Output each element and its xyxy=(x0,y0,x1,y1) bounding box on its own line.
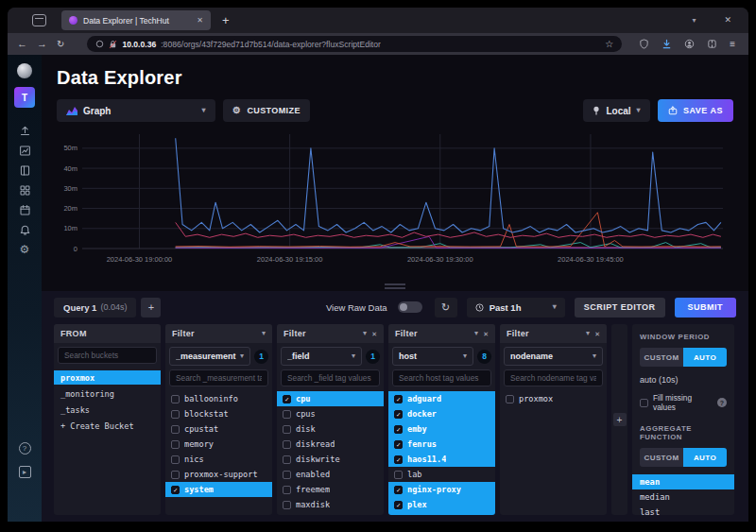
add-filter-button[interactable]: + xyxy=(613,413,627,426)
tag-value-row[interactable]: ✓system xyxy=(165,482,272,497)
fill-missing-checkbox[interactable] xyxy=(640,399,648,407)
tag-value-row[interactable]: ✓snipe-it xyxy=(388,512,495,515)
filter-card-header[interactable]: Filter xyxy=(388,324,495,343)
bookmark-star-icon[interactable] xyxy=(605,39,613,49)
tag-value-row[interactable]: diskwrite xyxy=(277,452,384,467)
back-icon[interactable]: ← xyxy=(17,39,27,49)
tag-value-row[interactable]: cpus xyxy=(277,406,384,421)
tab-list-chevron-icon[interactable] xyxy=(692,17,696,25)
tag-key-dropdown[interactable]: nodename xyxy=(504,347,603,366)
forward-icon[interactable]: → xyxy=(37,39,47,49)
aggregate-function-item[interactable]: mean xyxy=(632,474,734,489)
tag-value-row[interactable]: memory xyxy=(165,437,272,452)
view-raw-data-toggle[interactable] xyxy=(398,301,422,313)
search-tag-values-input[interactable] xyxy=(281,369,380,386)
tag-value-row[interactable]: enabled xyxy=(277,467,384,482)
bucket-item[interactable]: + Create Bucket xyxy=(54,419,161,433)
tag-value-row[interactable]: maxdisk xyxy=(277,497,384,512)
tag-key-dropdown[interactable]: _field xyxy=(281,347,362,366)
query-tab[interactable]: Query 1 (0.04s) xyxy=(54,298,136,317)
info-icon[interactable] xyxy=(717,398,727,407)
tag-value-row[interactable]: proxmox xyxy=(500,391,607,406)
url-host: 10.0.0.36 xyxy=(122,40,156,49)
tag-value-row[interactable]: maxmem xyxy=(277,512,384,515)
script-editor-button[interactable]: SCRIPT EDITOR xyxy=(575,298,665,317)
search-tag-values-input[interactable] xyxy=(169,369,268,386)
aggregate-function-item[interactable]: median xyxy=(632,489,734,505)
expand-nav-icon[interactable] xyxy=(19,466,31,478)
custom-option[interactable]: CUSTOM xyxy=(640,448,683,467)
tag-value-row[interactable]: cpustat xyxy=(165,421,272,437)
bucket-item[interactable]: _tasks xyxy=(54,403,161,417)
insecure-lock-icon[interactable] xyxy=(109,40,117,49)
bucket-item[interactable]: proxmox xyxy=(54,370,161,385)
auto-option[interactable]: AUTO xyxy=(683,348,727,367)
tag-value-row[interactable]: nics xyxy=(165,452,272,467)
tasks-icon[interactable] xyxy=(13,202,36,217)
tag-value-row[interactable]: proxmox-support xyxy=(165,467,272,482)
search-tag-values-input[interactable] xyxy=(504,369,603,386)
customize-button[interactable]: ⚙ CUSTOMIZE xyxy=(223,99,310,122)
tag-value-row[interactable]: ✓haos11.4 xyxy=(388,452,495,467)
tag-key-dropdown[interactable]: _measurement xyxy=(169,347,250,366)
resize-divider[interactable] xyxy=(42,281,748,291)
filter-card-header[interactable]: Filter xyxy=(500,324,607,343)
url-bar[interactable]: 10.0.0.36 :8086/orgs/43f729ed71d7b514/da… xyxy=(87,36,622,52)
settings-gear-icon[interactable]: ⚙ xyxy=(13,242,36,257)
tag-value-row[interactable]: ✓emby xyxy=(388,421,495,437)
influxdb-logo[interactable] xyxy=(17,63,32,78)
tab-close-icon[interactable] xyxy=(197,17,203,25)
tag-value-row[interactable]: blockstat xyxy=(165,406,272,421)
aggregate-function-item[interactable]: last xyxy=(632,505,734,515)
help-icon[interactable] xyxy=(19,442,31,455)
tag-value-row[interactable]: disk xyxy=(277,421,384,437)
tag-key-dropdown[interactable]: host xyxy=(392,347,473,366)
filter-card-header[interactable]: Filter xyxy=(165,324,272,343)
permissions-icon[interactable] xyxy=(95,40,104,48)
tag-value-row[interactable]: lab xyxy=(388,467,495,482)
search-buckets-input[interactable] xyxy=(58,347,157,364)
alerts-bell-icon[interactable] xyxy=(13,222,36,237)
close-filter-icon[interactable] xyxy=(594,331,600,337)
tag-value-row[interactable]: freemem xyxy=(277,482,384,497)
browser-tab-active[interactable]: Data Explorer | TechHut xyxy=(61,10,211,30)
time-range-dropdown[interactable]: Past 1h xyxy=(467,298,565,317)
filter-card-header[interactable]: Filter xyxy=(277,324,384,343)
auto-option[interactable]: AUTO xyxy=(683,448,727,467)
tag-value-row[interactable]: ✓docker xyxy=(388,406,495,421)
bucket-item[interactable]: _monitoring xyxy=(54,386,161,401)
tag-value-row[interactable]: ✓cpu xyxy=(277,391,384,406)
close-filter-icon[interactable] xyxy=(483,331,489,337)
refresh-button[interactable] xyxy=(435,298,457,317)
notebooks-icon[interactable] xyxy=(13,163,36,178)
local-timezone-dropdown[interactable]: Local xyxy=(583,99,650,122)
menu-hamburger-icon[interactable]: ≡ xyxy=(730,40,735,49)
dashboards-icon[interactable] xyxy=(13,182,36,197)
window-close-icon[interactable] xyxy=(724,16,731,25)
tag-value-row[interactable]: diskread xyxy=(277,437,384,452)
extension-icon[interactable] xyxy=(707,39,717,49)
close-filter-icon[interactable] xyxy=(371,331,377,337)
chart-panel: 2024-06-30 19:00:002024-06-30 19:15:0020… xyxy=(54,129,733,281)
visualization-type-dropdown[interactable]: Graph xyxy=(57,99,215,122)
tag-value-row[interactable]: ✓nginx-proxy xyxy=(388,482,495,497)
new-tab-button[interactable]: + xyxy=(222,14,230,26)
shield-icon[interactable] xyxy=(639,39,649,49)
add-query-button[interactable]: + xyxy=(141,298,161,317)
downloads-icon[interactable] xyxy=(662,39,672,49)
firefox-view-icon[interactable] xyxy=(32,14,46,26)
tag-value-row[interactable]: ✓plex xyxy=(388,497,495,512)
save-as-button[interactable]: SAVE AS xyxy=(658,99,733,122)
load-data-icon[interactable] xyxy=(13,123,36,138)
data-explorer-icon[interactable] xyxy=(13,143,36,158)
search-tag-values-input[interactable] xyxy=(392,369,491,386)
timeseries-chart[interactable]: 2024-06-30 19:00:002024-06-30 19:15:0020… xyxy=(54,129,728,277)
tag-value-row[interactable]: ✓fenrus xyxy=(388,437,495,452)
org-avatar[interactable]: T xyxy=(14,87,35,108)
submit-button[interactable]: SUBMIT xyxy=(675,298,737,317)
tag-value-row[interactable]: ✓adguard xyxy=(388,391,495,406)
account-icon[interactable] xyxy=(684,39,695,49)
tag-value-row[interactable]: ballooninfo xyxy=(165,391,272,406)
reload-icon[interactable]: ↻ xyxy=(57,40,64,49)
custom-option[interactable]: CUSTOM xyxy=(640,348,683,367)
